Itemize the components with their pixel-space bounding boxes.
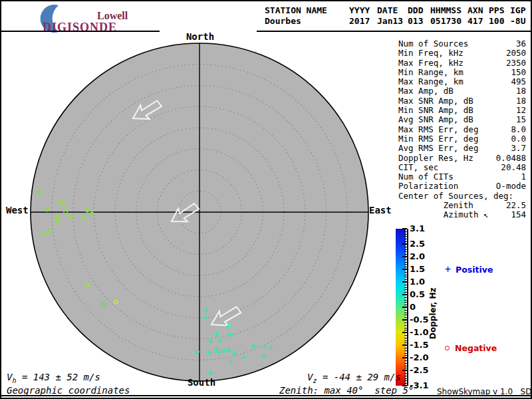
colorbar-minor-tick <box>404 287 407 288</box>
coordinates-note: Geographic coordinates <box>7 385 130 396</box>
app-version: ShowSkymap v 1.0 SD v 5.1 <box>437 387 532 396</box>
colorbar-minor-tick <box>404 373 407 374</box>
station-header-row-col0: STATION NAME <box>265 5 349 16</box>
colorbar-minor-tick <box>404 368 407 368</box>
stats-row: Avg RMS Err, deg3.7 <box>398 144 526 153</box>
station-value-row-col3: 013 <box>408 16 430 27</box>
stats-label: Max Amp, dB <box>398 86 454 96</box>
circle-marker-icon <box>445 346 450 350</box>
colorbar-minor-tick <box>404 342 407 343</box>
stats-row: Max SNR Amp, dB18 <box>398 96 526 106</box>
colorbar-major-tick <box>402 294 407 295</box>
stats-label: Zenith <box>398 201 473 210</box>
colorbar-minor-tick <box>404 289 407 290</box>
stats-row: Min SNR Amp, dB12 <box>398 106 526 115</box>
legend-negative-label: Negative <box>455 343 497 353</box>
colorbar-major-tick <box>402 228 407 229</box>
colorbar-tick-label: 2.5 <box>410 239 425 249</box>
station-value-row: Dourbes2017Jan13013051730417100-8U <box>265 16 529 27</box>
colorbar-major-tick <box>402 319 407 321</box>
colorbar-minor-tick <box>404 285 407 285</box>
colorbar-major-tick <box>402 307 407 308</box>
colorbar-minor-tick <box>404 340 407 341</box>
stats-value: 18 <box>516 86 526 96</box>
stats-row: Max Range, km495 <box>398 77 526 86</box>
colorbar-minor-tick <box>404 315 407 315</box>
lowell-digisonde-logo: Lowell DIGISONDE <box>1 1 168 33</box>
station-header-row: STATION NAMEYYYYDATEDDDHHMMSSAXNPPSIGP <box>265 5 529 16</box>
skymap-plot <box>1 31 400 397</box>
stats-value: 3.7 <box>511 144 526 153</box>
colorbar-minor-tick <box>404 236 407 237</box>
colorbar-minor-tick <box>404 264 407 265</box>
colorbar-tick-label: 0 <box>410 302 416 312</box>
stats-value: 150 <box>511 68 526 77</box>
stats-label: Min SNR Amp, dB <box>398 106 473 115</box>
stats-label: Center of Sources, deg: <box>398 192 513 201</box>
colorbar-minor-tick <box>404 300 407 301</box>
colorbar-minor-tick <box>404 241 407 242</box>
stats-row: Min Range, km150 <box>398 68 526 77</box>
station-value-row-col1: 2017 <box>349 16 377 27</box>
stats-value: 18 <box>516 96 526 106</box>
stats-value: 495 <box>511 77 526 86</box>
colorbar-minor-tick <box>404 247 407 247</box>
stats-value: 0.0 <box>511 134 526 144</box>
stats-label: Max Range, km <box>398 77 464 86</box>
colorbar-minor-tick <box>404 330 407 331</box>
stats-value: 12 <box>516 106 526 115</box>
colorbar-minor-tick <box>404 360 407 361</box>
stats-value: 20.48 <box>501 163 526 172</box>
colorbar-minor-tick <box>404 355 407 356</box>
colorbar-minor-tick <box>404 302 407 303</box>
colorbar-tick-label: -1.0 <box>410 327 428 337</box>
colorbar-minor-tick <box>404 275 407 275</box>
legend-positive-label: Positive <box>456 265 493 275</box>
stats-label: Num of CITs <box>398 172 454 182</box>
stats-label: Num of Sources <box>398 39 468 49</box>
stats-label: Max RMS Err, deg <box>398 125 478 134</box>
colorbar-tick-label: -2.0 <box>410 352 428 362</box>
station-header-row-col3: DDD <box>408 5 430 16</box>
stats-value: 154 <box>511 210 526 219</box>
stats-label: CIT, sec <box>398 163 438 172</box>
stats-value: O-mode <box>496 182 526 191</box>
zenith-range-note: Zenith: max 40° step 5° <box>279 385 414 396</box>
colorbar-minor-tick <box>404 310 407 311</box>
legend-negative: Negative <box>445 343 497 353</box>
colorbar-minor-tick <box>404 335 407 336</box>
stats-label: Azimuth ↖ <box>398 210 488 219</box>
stats-label: Max SNR Amp, dB <box>398 96 473 106</box>
colorbar-minor-tick <box>404 249 407 250</box>
stats-row: Center of Sources, deg: <box>398 192 526 201</box>
measurement-stats-panel: Num of Sources36Min Freq, kHz2050Max Fre… <box>398 39 526 220</box>
colorbar-tick-label: 3.1 <box>410 223 425 233</box>
colorbar-minor-tick <box>404 350 407 351</box>
stats-value: 36 <box>516 39 526 49</box>
colorbar-major-tick <box>402 269 407 270</box>
stats-label: Min RMS Err, deg <box>398 134 478 144</box>
station-value-row-col4: 051730 <box>430 16 467 27</box>
station-value-row-col7: -8U <box>510 16 529 27</box>
colorbar-minor-tick <box>404 234 407 235</box>
stats-row: Max RMS Err, deg8.0 <box>398 125 526 134</box>
colorbar-minor-tick <box>404 376 407 376</box>
east-label: East <box>369 205 392 215</box>
stats-row: CIT, sec20.48 <box>398 163 526 172</box>
colorbar-minor-tick <box>404 313 407 313</box>
colorbar-minor-tick <box>404 348 407 348</box>
stats-row: Max Amp, dB18 <box>398 86 526 96</box>
colorbar-minor-tick <box>404 325 407 326</box>
showskymap-window: Lowell DIGISONDE STATION NAMEYYYYDATEDDD… <box>0 0 532 399</box>
station-header-row-col1: YYYY <box>349 5 377 16</box>
station-header-row-col4: HHMMSS <box>430 5 467 16</box>
stats-row: Zenith22.5 <box>398 201 526 210</box>
colorbar-minor-tick <box>404 272 407 273</box>
plus-marker-icon: + <box>445 263 451 275</box>
colorbar-major-tick <box>402 357 407 358</box>
stats-label: Avg RMS Err, deg <box>398 144 478 153</box>
colorbar-minor-tick <box>404 297 407 298</box>
colorbar-minor-tick <box>404 305 407 305</box>
horizontal-velocity-readout: Vh = 143 ± 52 m/s <box>7 372 100 384</box>
colorbar-major-tick <box>402 344 407 346</box>
